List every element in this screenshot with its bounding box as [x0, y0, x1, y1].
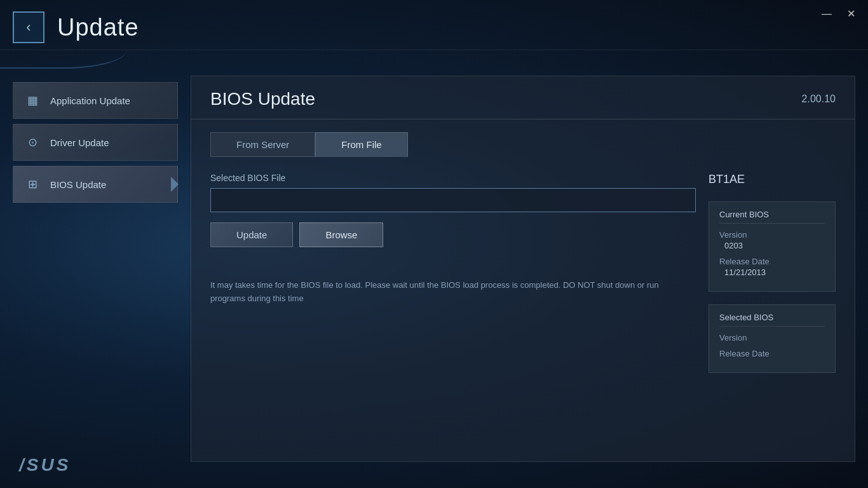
asus-logo: /SUS — [19, 455, 71, 475]
sidebar: ▦ Application Update ⊙ Driver Update ⊞ B… — [13, 76, 178, 462]
form-section: Selected BIOS File Update Browse It may … — [210, 173, 836, 379]
header: ‹ Update — [0, 0, 868, 50]
application-update-icon: ▦ — [24, 92, 41, 109]
sidebar-label-application-update: Application Update — [50, 95, 130, 106]
current-bios-panel: Current BIOS Version 0203 Release Date 1… — [709, 201, 836, 292]
close-button[interactable]: ✕ — [847, 9, 855, 19]
selected-bios-panel: Selected BIOS Version Release Date — [709, 304, 836, 373]
action-buttons: Update Browse — [210, 222, 696, 247]
selected-bios-title: Selected BIOS — [719, 313, 825, 327]
form-left: Selected BIOS File Update Browse It may … — [210, 173, 696, 379]
content-version: 2.00.10 — [802, 93, 836, 105]
sidebar-label-driver-update: Driver Update — [50, 137, 109, 148]
asus-logo-text: /SUS — [19, 455, 71, 475]
window-controls: — ✕ — [822, 9, 855, 19]
content-title: BIOS Update — [210, 89, 315, 109]
minimize-button[interactable]: — — [822, 9, 832, 19]
selected-bios-release-date-label: Release Date — [719, 349, 825, 358]
tab-bar: From Server From File — [191, 119, 855, 157]
bios-update-icon: ⊞ — [24, 175, 41, 193]
sidebar-item-bios-update[interactable]: ⊞ BIOS Update — [13, 166, 178, 203]
selected-bios-version-label: Version — [719, 333, 825, 342]
current-bios-version-label: Version — [719, 230, 825, 240]
sidebar-item-driver-update[interactable]: ⊙ Driver Update — [13, 124, 178, 161]
info-text: It may takes time for the BIOS file to l… — [210, 279, 696, 306]
current-bios-release-date-label: Release Date — [719, 257, 825, 266]
browse-button[interactable]: Browse — [299, 222, 383, 247]
back-button[interactable]: ‹ — [13, 11, 44, 43]
selected-bios-file-label: Selected BIOS File — [210, 173, 696, 183]
tab-content-from-file: Selected BIOS File Update Browse It may … — [191, 157, 855, 395]
update-button[interactable]: Update — [210, 222, 293, 247]
sidebar-label-bios-update: BIOS Update — [50, 179, 106, 190]
bios-file-input[interactable] — [210, 188, 696, 212]
driver-update-icon: ⊙ — [24, 133, 41, 151]
content-header: BIOS Update 2.00.10 — [191, 76, 855, 119]
current-bios-version-value: 0203 — [719, 241, 825, 250]
tab-from-server[interactable]: From Server — [210, 132, 315, 157]
content-area: BIOS Update 2.00.10 From Server From Fil… — [191, 76, 855, 462]
sidebar-item-application-update[interactable]: ▦ Application Update — [13, 82, 178, 119]
main-layout: ▦ Application Update ⊙ Driver Update ⊞ B… — [0, 50, 868, 475]
tab-from-file[interactable]: From File — [315, 132, 407, 157]
current-bios-release-date-value: 11/21/2013 — [719, 268, 825, 277]
bios-info-panel: BT1AE Current BIOS Version 0203 Release … — [709, 173, 836, 379]
bios-model: BT1AE — [709, 173, 836, 186]
page-title: Update — [57, 14, 139, 41]
current-bios-title: Current BIOS — [719, 210, 825, 224]
